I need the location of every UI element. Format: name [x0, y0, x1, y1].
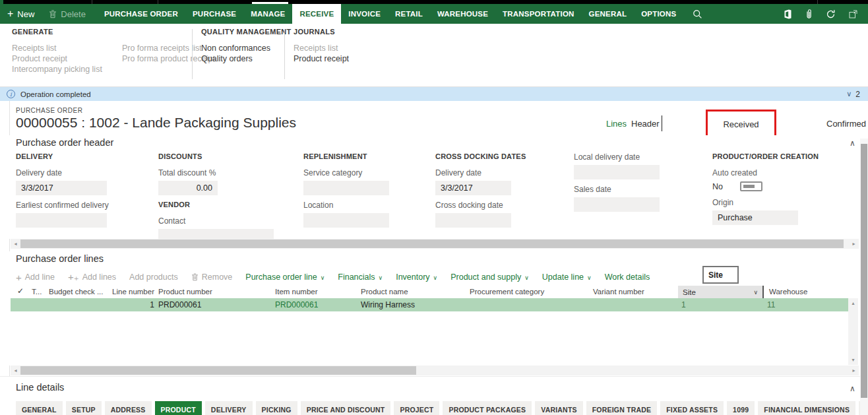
receipts-list-button[interactable]: Receipts list: [12, 43, 102, 53]
lines-view-link[interactable]: Lines: [606, 119, 627, 129]
tab-1099[interactable]: 1099: [727, 401, 755, 415]
menu-tab-purchase[interactable]: PURCHASE: [185, 4, 243, 24]
column-header-warehouse[interactable]: Warehouse: [769, 288, 807, 296]
intercompany-picking-list-button[interactable]: Intercompany picking list: [12, 64, 102, 75]
scrollbar-thumb[interactable]: [861, 144, 867, 398]
tab-product[interactable]: PRODUCT: [155, 401, 202, 415]
column-header-product-name[interactable]: Product name: [361, 288, 408, 296]
field-label: Total discount %: [158, 168, 274, 177]
cell-site[interactable]: 1: [681, 300, 686, 309]
update-line-menu[interactable]: Update line: [542, 272, 592, 282]
journal-receipts-list-button[interactable]: Receipts list: [294, 43, 349, 53]
column-header-item-number[interactable]: Item number: [275, 288, 318, 296]
cross-docking-delivery-date-input[interactable]: 3/3/2017: [435, 181, 511, 195]
journal-product-receipt-button[interactable]: Product receipt: [294, 53, 349, 64]
office-icon[interactable]: [783, 9, 792, 19]
total-discount-input[interactable]: 0.00: [158, 181, 218, 195]
menu-tab-manage[interactable]: MANAGE: [243, 4, 292, 24]
column-header-site-dropdown[interactable]: Site: [678, 286, 764, 298]
po-header-section: Purchase order header DELIVERY Delivery …: [0, 135, 868, 239]
column-header-variant-number[interactable]: Variant number: [593, 288, 644, 296]
product-and-supply-menu[interactable]: Product and supply: [450, 272, 529, 282]
inventory-menu[interactable]: Inventory: [396, 272, 437, 282]
cell-item-number-link[interactable]: PRD000061: [275, 300, 318, 309]
cell-product-number[interactable]: PRD000061: [158, 300, 201, 309]
cell-warehouse[interactable]: 11: [767, 300, 775, 309]
add-line-button[interactable]: Add line: [16, 272, 55, 283]
scroll-up-icon[interactable]: [852, 300, 854, 306]
menu-tab-invoice[interactable]: INVOICE: [341, 4, 388, 24]
scrollbar-thumb[interactable]: [20, 366, 416, 375]
tab-product-packages[interactable]: PRODUCT PACKAGES: [443, 401, 532, 415]
scroll-down-icon[interactable]: [852, 357, 854, 363]
header-view-link[interactable]: Header: [631, 119, 660, 129]
scroll-right-icon[interactable]: [849, 241, 859, 247]
delivery-date-input[interactable]: 3/3/2017: [16, 181, 107, 195]
purchase-order-line-menu[interactable]: Purchase order line: [245, 272, 325, 282]
scroll-left-icon[interactable]: [11, 367, 20, 373]
attachments-icon[interactable]: [805, 9, 813, 19]
menu-tab-warehouse[interactable]: WAREHOUSE: [430, 4, 495, 24]
header-horizontal-scrollbar[interactable]: [11, 239, 859, 249]
auto-created-toggle[interactable]: [740, 181, 762, 191]
grid-vertical-scrollbar[interactable]: [848, 298, 858, 365]
tab-picking[interactable]: PICKING: [256, 401, 297, 415]
non-conformances-button[interactable]: Non conformances: [201, 43, 270, 53]
column-header-budget-check[interactable]: Budget check ...: [49, 288, 103, 296]
sales-date-input[interactable]: [574, 197, 660, 212]
delete-button[interactable]: Delete: [42, 4, 93, 24]
column-header-line-number[interactable]: Line number: [98, 288, 154, 296]
menu-tab-retail[interactable]: RETAIL: [388, 4, 430, 24]
location-input[interactable]: [303, 213, 389, 228]
tab-variants[interactable]: VARIANTS: [535, 401, 583, 415]
collapse-section-icon[interactable]: [850, 384, 855, 393]
new-button[interactable]: New: [0, 4, 42, 24]
menu-tab-general[interactable]: GENERAL: [582, 4, 635, 24]
local-delivery-date-input[interactable]: [574, 165, 660, 179]
earliest-confirmed-delivery-input[interactable]: [16, 213, 107, 228]
menu-tab-options[interactable]: OPTIONS: [634, 4, 683, 24]
tab-price-and-discount[interactable]: PRICE AND DISCOUNT: [301, 401, 391, 415]
column-header-t[interactable]: T...: [32, 288, 42, 296]
column-header-procurement-category[interactable]: Procurement category: [470, 288, 544, 296]
scroll-left-icon[interactable]: [11, 241, 20, 247]
check-icon[interactable]: [17, 286, 24, 296]
product-receipt-button[interactable]: Product receipt: [12, 53, 102, 64]
scroll-right-icon[interactable]: [849, 367, 859, 373]
refresh-icon[interactable]: [826, 9, 836, 19]
search-button[interactable]: [683, 4, 712, 24]
quality-orders-button[interactable]: Quality orders: [201, 53, 270, 64]
column-header-product-number[interactable]: Product number: [158, 288, 212, 296]
tab-setup[interactable]: SETUP: [66, 401, 102, 415]
tab-general[interactable]: GENERAL: [16, 401, 63, 415]
remove-button[interactable]: Remove: [191, 272, 233, 282]
page-vertical-scrollbar[interactable]: [860, 139, 868, 415]
financials-menu[interactable]: Financials: [338, 272, 383, 282]
po-header-section-title[interactable]: Purchase order header: [16, 137, 113, 148]
tab-financial-dimensions[interactable]: FINANCIAL DIMENSIONS: [758, 401, 855, 415]
tab-delivery[interactable]: DELIVERY: [205, 401, 253, 415]
origin-input[interactable]: Purchase: [712, 210, 798, 225]
lines-horizontal-scrollbar[interactable]: [11, 366, 859, 375]
message-bar[interactable]: Operation completed 2: [0, 86, 868, 101]
po-lines-section-title[interactable]: Purchase order lines: [16, 253, 104, 264]
grid-row-selected[interactable]: 1 PRD000061 PRD000061 Wiring Harness 1 1…: [11, 298, 848, 311]
menu-tab-transportation[interactable]: TRANSPORTATION: [495, 4, 581, 24]
collapse-section-icon[interactable]: [850, 139, 855, 148]
menu-tab-receive[interactable]: RECEIVE: [292, 4, 341, 24]
tab-fixed-assets[interactable]: FIXED ASSETS: [660, 401, 724, 415]
work-details-button[interactable]: Work details: [605, 272, 650, 282]
tab-project[interactable]: PROJECT: [394, 401, 439, 415]
add-products-button[interactable]: Add products: [129, 272, 178, 282]
line-details-section-title[interactable]: Line details: [16, 382, 64, 393]
chevron-down-icon[interactable]: [846, 90, 852, 98]
scrollbar-thumb[interactable]: [20, 239, 844, 248]
add-lines-button[interactable]: Add lines: [68, 271, 116, 283]
open-in-new-window-icon[interactable]: [849, 10, 857, 18]
tab-address[interactable]: ADDRESS: [105, 401, 152, 415]
service-category-input[interactable]: [303, 181, 389, 195]
cross-docking-date-input[interactable]: [435, 213, 511, 228]
received-status[interactable]: Received: [723, 119, 759, 129]
tab-foreign-trade[interactable]: FOREIGN TRADE: [586, 401, 658, 415]
menu-tab-purchase-order[interactable]: PURCHASE ORDER: [97, 4, 185, 24]
